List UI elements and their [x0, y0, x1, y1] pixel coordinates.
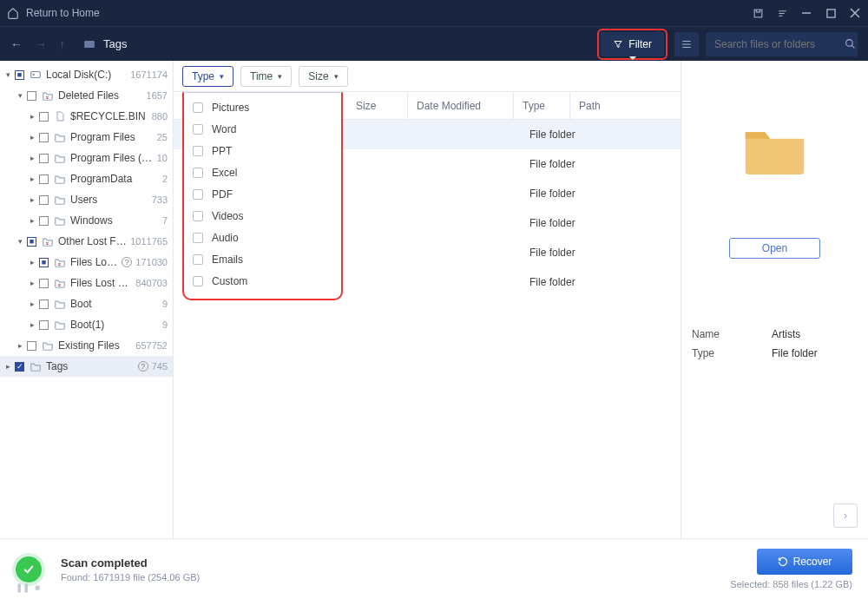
tree-item[interactable]: ▸Boot(1)9: [0, 314, 173, 335]
search-input[interactable]: [714, 38, 845, 50]
expander-icon[interactable]: ▸: [28, 133, 36, 142]
checkbox[interactable]: [39, 320, 49, 330]
tree-item[interactable]: ▸✓Tags?745: [0, 356, 173, 377]
tree-item[interactable]: ▸Boot9: [0, 293, 173, 314]
svg-point-3: [846, 40, 853, 47]
stop-icon[interactable]: ■: [35, 583, 40, 592]
checkbox[interactable]: [39, 174, 49, 184]
maximize-icon[interactable]: [825, 7, 837, 19]
checkbox[interactable]: [193, 254, 203, 265]
tree-item[interactable]: ▸Windows7: [0, 210, 173, 231]
search-icon[interactable]: [845, 38, 856, 49]
tree-item[interactable]: ▸Program Files (x86)10: [0, 148, 173, 168]
type-option[interactable]: PDF: [184, 183, 341, 205]
chevron-down-icon: ▾: [334, 72, 339, 81]
type-option[interactable]: Pictures: [184, 96, 341, 118]
checkbox[interactable]: [27, 341, 36, 351]
col-date[interactable]: Date Modified: [408, 92, 514, 119]
checkbox[interactable]: [193, 102, 203, 113]
folder-icon: [53, 214, 67, 227]
return-home-link[interactable]: Return to Home: [7, 7, 100, 19]
checkbox[interactable]: [193, 276, 203, 286]
tree-item[interactable]: ▸Program Files25: [0, 127, 173, 148]
filter-type-pill[interactable]: Type ▾: [182, 66, 233, 87]
expander-icon[interactable]: ▸: [28, 258, 36, 267]
tree-item[interactable]: ▸ProgramData2: [0, 168, 173, 189]
checkbox[interactable]: ✓: [15, 362, 24, 372]
expander-icon[interactable]: ▸: [16, 341, 24, 350]
expander-icon[interactable]: ▸: [28, 216, 36, 225]
checkbox[interactable]: [39, 154, 49, 163]
checkbox[interactable]: [27, 91, 36, 101]
close-icon[interactable]: [849, 7, 861, 19]
view-toggle-button[interactable]: [674, 32, 699, 56]
expander-icon[interactable]: ▸: [28, 112, 36, 121]
type-option[interactable]: Audio: [184, 227, 341, 248]
col-size[interactable]: Size: [347, 92, 408, 119]
type-option[interactable]: Videos: [184, 205, 341, 227]
checkbox[interactable]: [193, 189, 203, 200]
tree-item[interactable]: ▾■Other Lost Files1011765: [0, 231, 173, 252]
checkbox[interactable]: ■: [15, 70, 24, 80]
checkbox[interactable]: [39, 216, 49, 226]
expander-icon[interactable]: ▸: [28, 154, 36, 162]
checkbox[interactable]: ■: [39, 258, 49, 267]
expander-icon[interactable]: ▸: [28, 174, 36, 183]
checkbox[interactable]: [39, 195, 49, 205]
save-icon[interactable]: [752, 7, 764, 19]
pause-icon[interactable]: ❚❚: [16, 583, 30, 592]
tree-item[interactable]: ▸■Files Lost Origi...?171030: [0, 252, 173, 273]
folder-icon: [53, 131, 67, 143]
forward-button[interactable]: →: [35, 37, 47, 51]
filter-size-pill[interactable]: Size ▾: [299, 66, 347, 87]
filter-time-pill[interactable]: Time ▾: [240, 66, 292, 87]
checkbox[interactable]: [193, 233, 203, 243]
open-button[interactable]: Open: [729, 238, 820, 259]
filter-button[interactable]: Filter: [601, 32, 664, 56]
menu-icon[interactable]: [776, 7, 788, 19]
tree-item-label: Other Lost Files: [58, 235, 127, 247]
expander-icon[interactable]: ▾: [16, 91, 24, 100]
tree-item[interactable]: ▾Deleted Files1657: [0, 85, 173, 106]
minimize-icon[interactable]: [800, 7, 812, 19]
next-page-button[interactable]: ›: [833, 504, 858, 528]
checkbox[interactable]: [193, 124, 203, 135]
type-option[interactable]: Emails: [184, 248, 341, 270]
expander-icon[interactable]: ▾: [3, 70, 12, 79]
checkbox[interactable]: [193, 146, 203, 156]
expander-icon[interactable]: ▸: [3, 362, 12, 371]
expander-icon[interactable]: ▸: [28, 300, 36, 308]
tree-item[interactable]: ▸$RECYCLE.BIN880: [0, 106, 173, 127]
search-box[interactable]: [706, 32, 858, 56]
type-option[interactable]: PPT: [184, 140, 341, 161]
tree-item[interactable]: ▸Existing Files657752: [0, 335, 173, 356]
expander-icon[interactable]: ▾: [16, 237, 24, 246]
type-option[interactable]: Excel: [184, 161, 341, 183]
checkbox[interactable]: [39, 133, 49, 142]
expander-icon[interactable]: ▸: [28, 279, 36, 287]
expander-icon[interactable]: ▸: [28, 320, 36, 329]
checkbox[interactable]: [39, 279, 49, 288]
tree-item-count: 7: [162, 215, 168, 226]
tree-item[interactable]: ▸Users733: [0, 189, 173, 210]
help-icon[interactable]: ?: [138, 361, 148, 372]
help-icon[interactable]: ?: [122, 257, 132, 267]
type-dropdown[interactable]: PicturesWordPPTExcelPDFVideosAudioEmails…: [182, 92, 343, 300]
type-option[interactable]: Custom: [184, 270, 341, 292]
col-path[interactable]: Path: [570, 92, 681, 119]
recover-button[interactable]: Recover: [757, 549, 852, 575]
checkbox[interactable]: [193, 168, 203, 178]
checkbox[interactable]: [39, 300, 49, 309]
expander-icon[interactable]: ▸: [28, 195, 36, 204]
up-button[interactable]: ↑: [59, 37, 65, 51]
tree-item[interactable]: ▾■Local Disk(C:)1671174: [0, 64, 173, 85]
type-option[interactable]: Word: [184, 118, 341, 140]
checkbox[interactable]: ■: [27, 237, 36, 247]
back-button[interactable]: ←: [10, 37, 23, 51]
tree-item-count: 745: [152, 361, 168, 372]
tree-item[interactable]: ▸Files Lost Original ...840703: [0, 273, 173, 293]
checkbox[interactable]: [193, 211, 203, 221]
folder-tree[interactable]: ▾■Local Disk(C:)1671174▾Deleted Files165…: [0, 61, 174, 538]
col-type[interactable]: Type: [514, 92, 570, 119]
checkbox[interactable]: [39, 112, 49, 122]
